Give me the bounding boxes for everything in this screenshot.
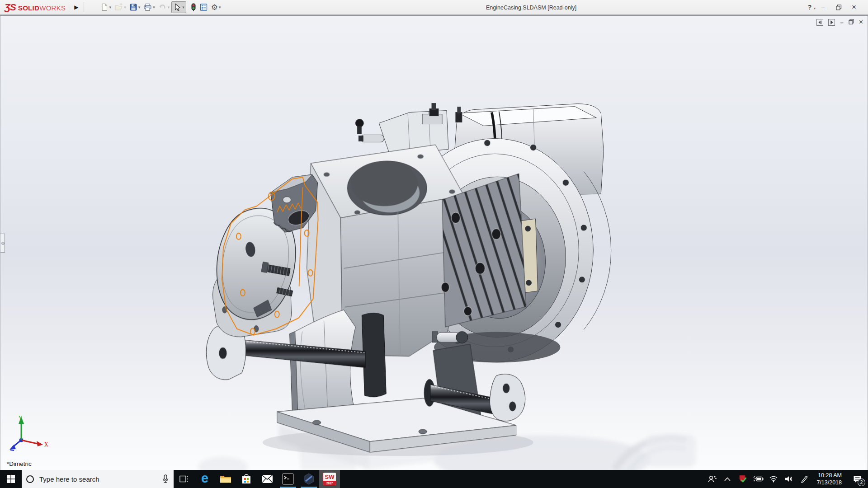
taskbar-item-solidworks[interactable]: SW 2017 <box>319 470 340 488</box>
minimize-button[interactable]: – <box>816 1 831 13</box>
dropdown-arrow-icon[interactable]: ▾ <box>138 5 141 9</box>
print-button[interactable]: ▾ <box>142 1 156 13</box>
traffic-light-icon <box>191 3 196 12</box>
window-controls: ? ▾ – × <box>802 1 868 13</box>
collapse-right-button[interactable] <box>828 19 835 26</box>
taskbar-item-edge[interactable]: e <box>194 470 215 488</box>
action-center-button[interactable]: 2 <box>848 470 866 488</box>
mail-icon <box>261 474 273 483</box>
divider <box>84 2 84 12</box>
save-button[interactable]: ▾ <box>128 1 142 13</box>
taskbar-search[interactable] <box>22 470 174 488</box>
doc-close-button[interactable]: × <box>859 19 863 26</box>
new-document-icon <box>100 3 108 11</box>
power-battery-icon[interactable] <box>752 470 764 488</box>
solidworks-window: { "app": { "brand": { "logo_glyph": "ƷS"… <box>0 0 868 488</box>
restore-icon <box>836 5 842 10</box>
people-icon[interactable] <box>706 470 718 488</box>
quick-access-toolbar: ▾ ▾ ▾ ▾ <box>99 1 222 13</box>
save-floppy-icon <box>129 3 137 11</box>
doc-restore-button[interactable] <box>849 18 854 26</box>
collapse-left-button[interactable] <box>816 19 823 26</box>
print-icon <box>143 3 152 11</box>
gear-icon: ⚙ <box>211 4 218 11</box>
new-document-button[interactable]: ▾ <box>99 1 113 13</box>
taskbar-item-file-explorer[interactable] <box>215 470 236 488</box>
notification-badge: 2 <box>858 479 865 486</box>
taskbar-item-store[interactable] <box>236 470 257 488</box>
hexagon-app-icon <box>303 473 315 485</box>
wifi-icon[interactable] <box>768 470 779 488</box>
hidden-icons-chevron-icon[interactable] <box>722 470 733 488</box>
taskbar-item-mail[interactable] <box>257 470 278 488</box>
pen-icon[interactable] <box>798 470 810 488</box>
brand-works: WORKS <box>39 4 66 12</box>
restore-button[interactable] <box>831 1 846 13</box>
solidworks-app-icon: SW 2017 <box>323 472 336 486</box>
rebuild-button[interactable] <box>189 1 198 13</box>
document-window-controls: – × <box>816 18 863 26</box>
taskbar-apps: e <box>174 470 340 488</box>
windows-logo-icon <box>7 475 15 483</box>
dropdown-arrow-icon: ▾ <box>168 5 170 9</box>
view-orientation-label: *Dimetric <box>7 460 32 467</box>
close-button[interactable]: × <box>846 1 862 13</box>
menu-expand-arrow-icon[interactable]: ▶ <box>72 3 80 11</box>
cortana-icon <box>26 475 34 483</box>
title-bar: ƷS SOLID WORKS ▶ ▾ ▾ <box>0 0 868 15</box>
reference-triad: Y X <box>3 414 48 453</box>
clock-date: 7/13/2018 <box>816 479 842 486</box>
open-folder-icon <box>114 3 123 11</box>
dropdown-arrow-icon[interactable]: ▾ <box>153 5 155 9</box>
task-view-button[interactable] <box>174 470 194 488</box>
arrow-left-box-icon <box>817 19 823 25</box>
divider <box>69 2 69 12</box>
solidworks-icon-year: 2017 <box>323 481 336 485</box>
undo-button[interactable]: ▾ <box>157 1 171 13</box>
microphone-icon[interactable] <box>162 474 169 483</box>
file-properties-icon <box>199 3 208 11</box>
taskbar-item-command-prompt[interactable] <box>278 470 298 488</box>
dropdown-arrow-icon[interactable]: ▾ <box>182 5 184 9</box>
doc-minimize-button[interactable]: – <box>840 19 843 25</box>
select-tool-button[interactable]: ▾ <box>171 1 186 13</box>
triad-y-label: Y <box>18 415 23 422</box>
engine-casing-model[interactable]: , <box>0 16 868 470</box>
task-view-icon <box>179 475 189 483</box>
doc-restore-icon <box>849 19 854 24</box>
select-cursor-icon <box>173 3 181 12</box>
windows-taskbar: e <box>0 470 868 488</box>
taskbar-item-hexagon-app[interactable] <box>298 470 319 488</box>
dropdown-arrow-icon[interactable]: ▾ <box>109 5 112 9</box>
dropdown-arrow-icon: ▾ <box>124 5 126 9</box>
taskbar-clock[interactable]: 10:28 AM 7/13/2018 <box>814 472 844 487</box>
search-input[interactable] <box>39 475 162 483</box>
dropdown-arrow-icon[interactable]: ▾ <box>219 5 221 9</box>
file-properties-button[interactable] <box>198 1 209 13</box>
start-button[interactable] <box>0 470 22 488</box>
file-explorer-icon <box>220 474 231 484</box>
arrow-right-box-icon <box>829 19 835 25</box>
front-pin[interactable] <box>432 332 468 343</box>
graphics-viewport[interactable]: , <box>0 15 868 470</box>
volume-icon[interactable] <box>783 470 795 488</box>
triad-x-label: X <box>44 441 48 448</box>
feature-manager-collapsed-tab[interactable] <box>0 234 5 253</box>
clock-time: 10:28 AM <box>816 472 842 479</box>
store-icon <box>241 474 252 484</box>
solidworks-icon-label: SW <box>323 473 336 481</box>
solidworks-monitor-icon[interactable] <box>737 470 749 488</box>
assembly[interactable]: , <box>206 103 611 456</box>
window-title: EngineCasing.SLDASM [Read-only] <box>486 0 576 15</box>
system-tray: 10:28 AM 7/13/2018 2 <box>706 470 868 488</box>
solidworks-logo: ƷS SOLID WORKS <box>5 2 66 13</box>
options-button[interactable]: ⚙ ▾ <box>210 1 222 13</box>
brand-solid: SOLID <box>18 4 39 12</box>
open-document-button[interactable]: ▾ <box>113 1 127 13</box>
edge-icon: e <box>201 472 208 485</box>
undo-arrow-icon <box>158 3 167 11</box>
ds-logo-icon: ƷS <box>5 2 16 13</box>
command-prompt-icon <box>282 473 294 485</box>
